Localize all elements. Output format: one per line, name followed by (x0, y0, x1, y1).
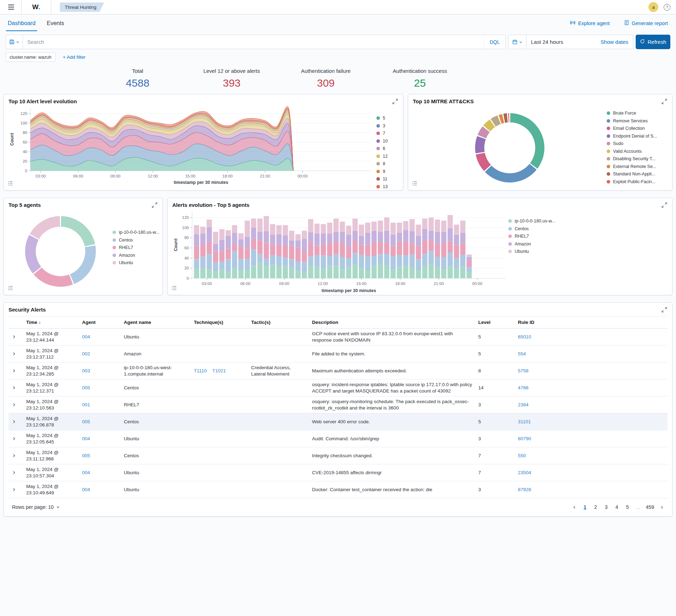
technique-link[interactable]: T1021 (212, 368, 226, 373)
expand-row-button[interactable] (11, 436, 17, 441)
rule-id-link[interactable]: 31101 (518, 419, 531, 424)
inspect-panel-icon[interactable] (171, 285, 178, 292)
column-header-level[interactable]: Level (475, 316, 515, 329)
rows-per-page-selector[interactable]: Rows per page: 10 (10, 504, 62, 510)
page-button-1[interactable]: 1 (581, 502, 589, 512)
rule-id-link[interactable]: 2384 (518, 402, 528, 407)
legend-item[interactable]: Centos (112, 238, 158, 243)
show-dates-button[interactable]: Show dates (599, 35, 633, 49)
page-button-4[interactable]: 4 (613, 502, 621, 512)
previous-page-button[interactable]: ‹ (570, 502, 579, 512)
page-button-459[interactable]: 459 (645, 502, 655, 512)
tab-events[interactable]: Events (45, 16, 66, 31)
refresh-button[interactable]: Refresh (636, 35, 670, 49)
wazuh-logo[interactable]: W. (21, 0, 51, 14)
expand-row-button[interactable] (11, 470, 17, 475)
explore-agent-button[interactable]: Explore agent (568, 19, 612, 27)
legend-item[interactable]: 7 (376, 131, 396, 136)
technique-link[interactable]: T1110 (194, 368, 207, 373)
rule-id-link[interactable]: 87928 (518, 487, 531, 492)
legend-item[interactable]: Disabling Security T... (607, 156, 668, 161)
legend-item[interactable]: Standard Non-Appli... (607, 172, 668, 176)
agent-id-link[interactable]: 003 (82, 368, 90, 373)
legend-item[interactable]: Ubuntu (508, 249, 569, 254)
agent-id-link[interactable]: 005 (82, 453, 90, 458)
expand-row-button[interactable] (11, 334, 17, 339)
expand-panel-icon[interactable] (392, 98, 399, 106)
legend-item[interactable]: Valid Accounts (607, 149, 668, 154)
inspect-panel-icon[interactable] (411, 180, 418, 188)
agent-id-link[interactable]: 002 (82, 351, 90, 356)
legend-item[interactable]: Endpoint Denial of S... (607, 134, 668, 139)
save-query-button[interactable] (6, 35, 23, 49)
rule-id-link[interactable]: 554 (518, 351, 526, 356)
rule-id-link[interactable]: 65010 (518, 334, 531, 339)
calendar-button[interactable] (509, 35, 526, 49)
legend-item[interactable]: Ubuntu (112, 260, 158, 265)
column-header-techniques[interactable]: Technique(s) (191, 316, 248, 329)
search-input[interactable] (23, 35, 484, 49)
agent-id-link[interactable]: 004 (82, 487, 90, 492)
column-header-agent_name[interactable]: Agent name (121, 316, 191, 329)
legend-item[interactable]: 10 (376, 139, 396, 144)
column-header-agent[interactable]: Agent (79, 316, 121, 329)
legend-item[interactable]: 3 (376, 123, 396, 128)
agent-id-link[interactable]: 001 (82, 402, 90, 407)
expand-row-button[interactable] (11, 351, 17, 356)
expand-row-button[interactable] (11, 402, 17, 407)
filter-pill-cluster-name[interactable]: cluster.name: wazuh (6, 52, 56, 62)
legend-item[interactable]: Amazon (508, 242, 569, 246)
agent-id-link[interactable]: 005 (82, 419, 90, 424)
rule-id-link[interactable]: 5758 (518, 368, 528, 373)
rule-id-link[interactable]: 550 (518, 453, 526, 458)
legend-item[interactable]: 11 (376, 176, 396, 181)
agent-id-link[interactable]: 004 (82, 436, 90, 441)
expand-panel-icon[interactable] (661, 98, 668, 106)
legend-item[interactable]: 12 (376, 154, 396, 159)
column-header-rule_id[interactable]: Rule ID (515, 316, 560, 329)
expand-row-button[interactable] (11, 453, 17, 458)
agent-id-link[interactable]: 005 (82, 385, 90, 390)
legend-item[interactable]: Sudo (607, 141, 668, 146)
page-button-5[interactable]: 5 (623, 502, 632, 512)
legend-item[interactable]: RHEL7 (508, 234, 569, 239)
rule-id-link[interactable]: 4766 (518, 385, 528, 390)
legend-item[interactable]: Brute Force (607, 111, 668, 116)
rule-id-link[interactable]: 23504 (518, 470, 531, 475)
column-header-tactics[interactable]: Tactic(s) (248, 316, 309, 329)
expand-row-button[interactable] (11, 487, 17, 492)
rule-id-link[interactable]: 80790 (518, 436, 531, 441)
menu-icon[interactable] (4, 0, 18, 14)
legend-item[interactable]: Centos (508, 226, 569, 231)
breadcrumb[interactable]: Threat Hunting (60, 2, 104, 12)
inspect-panel-icon[interactable] (7, 285, 14, 292)
legend-item[interactable]: 5 (376, 116, 396, 121)
page-button-3[interactable]: 3 (602, 502, 611, 512)
page-button-2[interactable]: 2 (591, 502, 600, 512)
legend-item[interactable]: External Remote Se... (607, 164, 668, 169)
time-range-value[interactable]: Last 24 hours (526, 35, 599, 49)
expand-row-button[interactable] (11, 385, 17, 390)
inspect-panel-icon[interactable] (7, 180, 14, 188)
column-header-description[interactable]: Description (309, 316, 475, 329)
legend-item[interactable]: ip-10-0-0-180.us-w... (508, 219, 569, 223)
expand-panel-icon[interactable] (661, 202, 668, 210)
expand-panel-icon[interactable] (151, 202, 158, 210)
agent-id-link[interactable]: 004 (82, 470, 90, 475)
expand-row-button[interactable] (11, 419, 17, 424)
help-icon[interactable]: ? (664, 4, 670, 11)
next-page-button[interactable]: › (658, 502, 666, 512)
generate-report-button[interactable]: Generate report (622, 19, 670, 27)
legend-item[interactable]: RHEL7 (112, 245, 158, 250)
column-header-time[interactable]: Time ↓ (23, 316, 79, 329)
expand-row-button[interactable] (11, 368, 17, 373)
avatar[interactable]: a (648, 2, 658, 12)
add-filter-button[interactable]: + Add filter (61, 54, 88, 60)
tab-dashboard[interactable]: Dashboard (6, 16, 37, 31)
legend-item[interactable]: 8 (376, 161, 396, 166)
legend-item[interactable]: Amazon (112, 253, 158, 258)
legend-item[interactable]: 9 (376, 169, 396, 174)
legend-item[interactable]: ip-10-0-0-180.us-w... (112, 230, 158, 235)
legend-item[interactable]: Email Collection (607, 126, 668, 131)
agent-id-link[interactable]: 004 (82, 334, 90, 339)
